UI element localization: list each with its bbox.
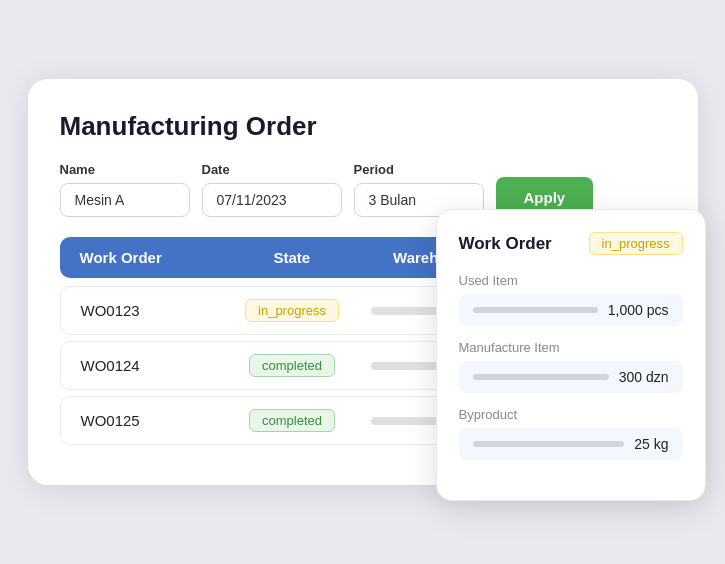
status-badge: completed — [249, 409, 335, 432]
used-item-value-row: 1,000 pcs — [459, 294, 683, 326]
name-input[interactable] — [60, 183, 190, 217]
date-filter-group: Date — [202, 162, 342, 217]
page-title: Manufacturing Order — [60, 111, 666, 142]
detail-status-badge: in_progress — [589, 232, 683, 255]
manufacture-item-section: Manufacture Item 300 dzn — [459, 340, 683, 393]
used-item-label: Used Item — [459, 273, 683, 288]
col-state: State — [221, 249, 363, 266]
status-badge: completed — [249, 354, 335, 377]
byproduct-value-row: 25 kg — [459, 428, 683, 460]
status-badge: in_progress — [245, 299, 339, 322]
manufacture-item-value: 300 dzn — [619, 369, 669, 385]
name-label: Name — [60, 162, 190, 177]
manufacturing-order-card: Manufacturing Order Name Date Period App… — [28, 79, 698, 485]
wo-id: WO0125 — [81, 412, 222, 429]
period-label: Period — [354, 162, 484, 177]
byproduct-value: 25 kg — [634, 436, 668, 452]
date-label: Date — [202, 162, 342, 177]
used-item-section: Used Item 1,000 pcs — [459, 273, 683, 326]
name-filter-group: Name — [60, 162, 190, 217]
byproduct-bar — [473, 441, 625, 447]
row-state: completed — [222, 354, 363, 377]
col-work-order: Work Order — [80, 249, 222, 266]
used-item-value: 1,000 pcs — [608, 302, 669, 318]
wo-id: WO0123 — [81, 302, 222, 319]
manufacture-item-value-row: 300 dzn — [459, 361, 683, 393]
wo-id: WO0124 — [81, 357, 222, 374]
date-input[interactable] — [202, 183, 342, 217]
manufacture-item-bar — [473, 374, 609, 380]
detail-panel: Work Order in_progress Used Item 1,000 p… — [436, 209, 706, 501]
byproduct-label: Byproduct — [459, 407, 683, 422]
row-state: in_progress — [222, 299, 363, 322]
row-state: completed — [222, 409, 363, 432]
detail-title: Work Order — [459, 234, 552, 254]
detail-header: Work Order in_progress — [459, 232, 683, 255]
byproduct-section: Byproduct 25 kg — [459, 407, 683, 460]
used-item-bar — [473, 307, 598, 313]
manufacture-item-label: Manufacture Item — [459, 340, 683, 355]
